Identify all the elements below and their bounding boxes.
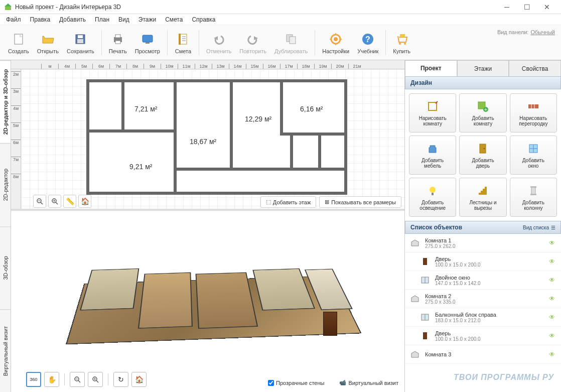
zoom-in-button[interactable]: [48, 195, 61, 208]
view-tab-2[interactable]: 3D-обзор: [0, 226, 11, 309]
tool-add-door[interactable]: Добавитьдверь: [459, 136, 506, 175]
home-button[interactable]: 🏠: [78, 195, 91, 208]
app-icon: [4, 3, 12, 11]
object-row[interactable]: Дверь100.0 x 15.0 x 200.0👁: [405, 252, 561, 271]
buy-icon: [394, 31, 410, 47]
object-row[interactable]: Комната 3👁: [405, 345, 561, 364]
settings-icon: [328, 31, 344, 47]
menu-правка[interactable]: Правка: [26, 15, 55, 24]
visibility-icon[interactable]: 👁: [549, 277, 557, 284]
object-row[interactable]: Дверь100.0 x 15.0 x 200.0👁: [405, 327, 561, 345]
svg-point-28: [399, 43, 401, 45]
menu-вид[interactable]: Вид: [114, 15, 133, 24]
tool-add-column[interactable]: Добавитьколонну: [510, 178, 557, 217]
reset-view-button[interactable]: ↻: [113, 372, 128, 387]
visibility-icon[interactable]: 👁: [549, 239, 557, 246]
toolbar-undo-button[interactable]: Отменить: [202, 29, 235, 56]
maximize-button[interactable]: ☐: [517, 0, 537, 14]
minimize-button[interactable]: ─: [497, 0, 517, 14]
draw-room-icon: [426, 99, 440, 113]
menu-план[interactable]: План: [91, 15, 113, 24]
svg-rect-60: [531, 187, 535, 195]
main-toolbar: СоздатьОткрытьСохранитьПечатьПросмотрСме…: [0, 25, 561, 60]
menu-справка[interactable]: Справка: [188, 15, 219, 24]
floorplan[interactable]: 7,21 м²18,67 м²12,29 м²9,21 м²6,16 м²: [86, 79, 347, 195]
tool-add-window[interactable]: Добавитьокно: [510, 136, 557, 175]
zoom-out-3d-button[interactable]: [70, 372, 85, 387]
svg-rect-50: [528, 104, 538, 108]
tool-add-furniture[interactable]: Добавитьмебель: [409, 136, 456, 175]
toolbar-open-button[interactable]: Открыть: [33, 29, 63, 56]
stairs-icon: [476, 184, 490, 198]
redo-icon: [245, 31, 261, 47]
object-list-header: Список объектов Вид списка☰: [405, 221, 561, 234]
pan-button[interactable]: ✋: [44, 372, 59, 387]
tool-draw-partition[interactable]: Нарисоватьперегородку: [510, 93, 557, 133]
toolbar-view-button[interactable]: Просмотр: [131, 29, 164, 56]
view-tab-0[interactable]: 2D-редактор и 3D-обзор: [0, 60, 11, 143]
title-bar: Новый проект - Дизайн Интерьера 3D ─ ☐ ✕: [0, 0, 561, 14]
toolbar-print-button[interactable]: Печать: [105, 29, 131, 56]
svg-rect-59: [432, 193, 434, 195]
rotate-360-button[interactable]: 360: [26, 372, 41, 387]
visibility-icon[interactable]: 👁: [549, 351, 557, 358]
visibility-icon[interactable]: 👁: [549, 314, 557, 321]
save-icon: [72, 31, 88, 47]
new-icon: [11, 31, 27, 47]
room-area-label: 12,29 м²: [245, 115, 271, 123]
view-3d[interactable]: 360 ✋ ↻ 🏠 Прозрачные стены 📹Виртуальный …: [11, 211, 404, 392]
toolbar-settings-button[interactable]: Настройки: [318, 29, 353, 56]
toolbar-save-button[interactable]: Сохранить: [63, 29, 98, 56]
visibility-icon[interactable]: 👁: [549, 295, 557, 302]
measure-button[interactable]: 📏: [63, 195, 76, 208]
virtual-visit-checkbox[interactable]: 📹Виртуальный визит: [339, 379, 398, 386]
toolbar-new-button[interactable]: Создать: [4, 29, 33, 56]
add-floor-button[interactable]: ⬚Добавить этаж: [260, 196, 316, 208]
object-row[interactable]: Комната 2275.0 x 335.0👁: [405, 290, 561, 308]
zoom-in-3d-button[interactable]: [88, 372, 103, 387]
panel-tab-Свойства[interactable]: Свойства: [509, 60, 561, 76]
close-button[interactable]: ✕: [537, 0, 557, 14]
model-3d[interactable]: [52, 231, 363, 372]
object-row[interactable]: Комната 1275.0 x 262.0👁: [405, 234, 561, 252]
view-tab-3[interactable]: Виртуальный визит: [0, 309, 11, 392]
toolbar-estimate-button[interactable]: Смета: [171, 29, 196, 56]
estimate-icon: [175, 31, 191, 47]
toolbar-buy-button[interactable]: Купить: [389, 29, 414, 56]
object-row[interactable]: Двойное окно147.0 x 15.0 x 142.0👁: [405, 271, 561, 290]
home-3d-button[interactable]: 🏠: [131, 372, 147, 387]
undo-icon: [211, 31, 227, 47]
view-tab-1[interactable]: 2D-редактор: [0, 143, 11, 226]
menu-смета[interactable]: Смета: [161, 15, 187, 24]
door-icon: [419, 255, 431, 268]
tool-draw-room[interactable]: Нарисоватькомнату: [409, 93, 456, 133]
panel-tab-Этажи[interactable]: Этажи: [457, 60, 509, 76]
plan-2d-view[interactable]: м4м5м6м7м8м9м10м11м12м13м14м15м16м17м18м…: [11, 60, 404, 211]
room-icon: [409, 348, 421, 360]
visibility-icon[interactable]: 👁: [549, 332, 557, 339]
toolbar-help-button[interactable]: ?Учебник: [353, 29, 382, 56]
svg-rect-62: [530, 194, 536, 195]
svg-rect-10: [146, 42, 150, 44]
object-row[interactable]: Балконный блок справа183.0 x 15.0 x 212.…: [405, 308, 561, 327]
tool-add-room[interactable]: +Добавитькомнату: [459, 93, 506, 133]
transparent-walls-checkbox[interactable]: Прозрачные стены: [268, 380, 324, 386]
canvas-2d[interactable]: 7,21 м²18,67 м²12,29 м²9,21 м²6,16 м² 📏 …: [21, 69, 404, 211]
visibility-icon[interactable]: 👁: [549, 258, 557, 265]
svg-rect-7: [115, 35, 120, 38]
svg-rect-0: [5, 6, 11, 10]
tool-add-light[interactable]: Добавитьосвещение: [409, 178, 456, 217]
zoom-out-button[interactable]: [33, 195, 46, 208]
menu-добавить[interactable]: Добавить: [55, 15, 90, 24]
list-view-icon[interactable]: ☰: [551, 225, 555, 230]
svg-rect-8: [115, 41, 120, 44]
menu-файл[interactable]: Файл: [2, 15, 25, 24]
show-dimensions-button[interactable]: ⊞Показывать все размеры: [319, 196, 401, 208]
svg-line-46: [436, 101, 438, 103]
panel-tab-Проект[interactable]: Проект: [405, 60, 457, 76]
panel-view-link[interactable]: Обычный: [530, 29, 555, 35]
tool-stairs[interactable]: Лестницы ивырезы: [459, 178, 506, 217]
toolbar-redo-button[interactable]: Повторить: [235, 29, 270, 56]
menu-этажи[interactable]: Этажи: [134, 15, 160, 24]
toolbar-dup-button[interactable]: Дублировать: [270, 29, 312, 56]
